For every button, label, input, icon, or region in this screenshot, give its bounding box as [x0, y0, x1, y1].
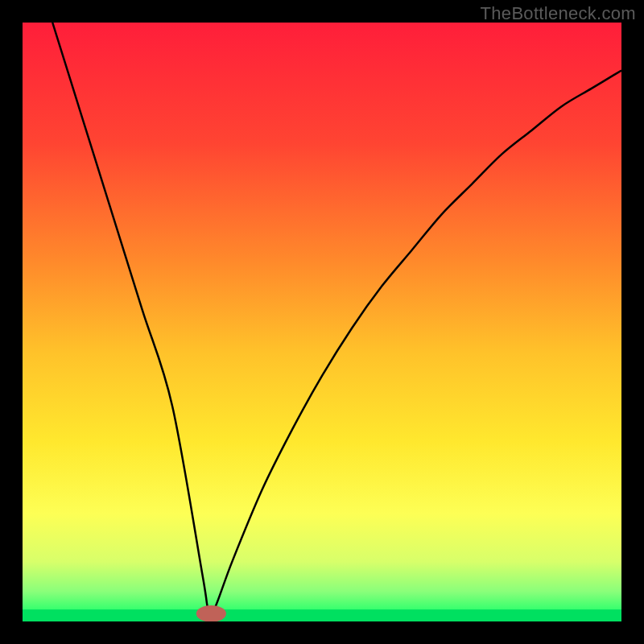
min-marker: [196, 605, 226, 621]
chart-frame: TheBottleneck.com: [0, 0, 644, 644]
gradient-background: [23, 23, 621, 621]
plot-area: [23, 23, 621, 621]
base-band: [23, 609, 621, 621]
watermark-text: TheBottleneck.com: [481, 3, 636, 24]
bottleneck-chart: [23, 23, 621, 621]
